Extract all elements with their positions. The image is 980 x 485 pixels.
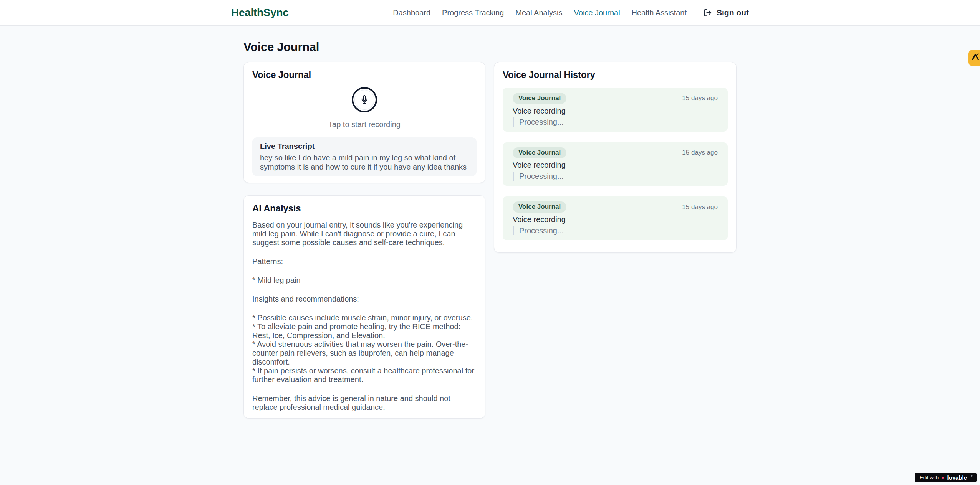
nav-item-dashboard[interactable]: Dashboard (393, 8, 430, 17)
entry-label: Voice recording (513, 215, 718, 224)
entry-processing-status: Processing... (513, 117, 718, 127)
log-out-icon (704, 8, 712, 17)
mic-area: Tap to start recording (252, 87, 477, 129)
ai-analysis-body: Based on your journal entry, it sounds l… (252, 221, 477, 412)
nav-item-progress-tracking[interactable]: Progress Tracking (442, 8, 504, 17)
entry-type-badge: Voice Journal (513, 147, 566, 158)
microphone-icon (360, 95, 369, 105)
edit-with-label: Edit with (920, 475, 939, 480)
tap-to-record-hint: Tap to start recording (328, 120, 401, 129)
page-title: Voice Journal (243, 40, 737, 54)
voice-recorder-card: Voice Journal Tap to start recordin (243, 62, 485, 183)
analysis-paragraph: Patterns: (252, 257, 477, 266)
entry-timestamp: 15 days ago (682, 94, 718, 102)
right-column: Voice Journal History Voice Journal 15 d… (494, 62, 737, 253)
entry-timestamp: 15 days ago (682, 149, 718, 157)
analysis-paragraph: * Possible causes include muscle strain,… (252, 313, 477, 384)
nav-item-voice-journal[interactable]: Voice Journal (574, 8, 620, 17)
entry-type-badge: Voice Journal (513, 201, 566, 213)
side-launcher-tab[interactable] (968, 50, 980, 66)
entry-processing-status: Processing... (513, 226, 718, 235)
edit-with-lovable-badge[interactable]: Edit with ♥ lovable × (915, 473, 977, 482)
entry-processing-status: Processing... (513, 172, 718, 181)
sign-out-label: Sign out (717, 8, 749, 17)
nav-item-health-assistant[interactable]: Health Assistant (632, 8, 687, 17)
ai-analysis-title: AI Analysis (252, 203, 477, 214)
header: HealthSync Dashboard Progress Tracking M… (0, 0, 980, 26)
live-transcript-box: Live Transcript hey so like I do have a … (252, 137, 477, 176)
history-entry-header: Voice Journal 15 days ago (513, 201, 718, 213)
left-column: Voice Journal Tap to start recordin (243, 62, 485, 419)
content-grid: Voice Journal Tap to start recordin (243, 62, 737, 419)
entry-timestamp: 15 days ago (682, 203, 718, 211)
history-entry-header: Voice Journal 15 days ago (513, 93, 718, 104)
history-entry[interactable]: Voice Journal 15 days ago Voice recordin… (503, 196, 728, 240)
history-list: Voice Journal 15 days ago Voice recordin… (503, 88, 728, 240)
history-entry[interactable]: Voice Journal 15 days ago Voice recordin… (503, 88, 728, 132)
close-icon[interactable]: × (970, 473, 973, 479)
history-entry-header: Voice Journal 15 days ago (513, 147, 718, 158)
main-nav: Dashboard Progress Tracking Meal Analysi… (393, 8, 749, 17)
analysis-paragraph: * Mild leg pain (252, 276, 477, 285)
entry-label: Voice recording (513, 161, 718, 170)
nav-item-meal-analysis[interactable]: Meal Analysis (515, 8, 562, 17)
entry-type-badge: Voice Journal (513, 93, 566, 104)
header-inner: HealthSync Dashboard Progress Tracking M… (231, 0, 749, 25)
brand-logo[interactable]: HealthSync (231, 7, 289, 19)
history-card-title: Voice Journal History (503, 69, 728, 80)
record-button[interactable] (352, 87, 377, 112)
analysis-paragraph: Insights and recommendations: (252, 295, 477, 304)
analysis-paragraph: Remember, this advice is general in natu… (252, 394, 477, 412)
history-entry[interactable]: Voice Journal 15 days ago Voice recordin… (503, 142, 728, 186)
analysis-paragraph: Based on your journal entry, it sounds l… (252, 221, 477, 247)
sign-out-button[interactable]: Sign out (704, 8, 749, 17)
ai-analysis-card: AI Analysis Based on your journal entry,… (243, 195, 485, 419)
entry-label: Voice recording (513, 107, 718, 115)
lovable-brand-label: lovable (947, 475, 967, 481)
lovable-heart-icon: ♥ (941, 475, 944, 480)
lambda-logo-icon (970, 52, 980, 64)
recorder-card-title: Voice Journal (252, 69, 477, 80)
live-transcript-text: hey so like I do have a mild pain in my … (260, 153, 469, 172)
live-transcript-title: Live Transcript (260, 142, 469, 151)
main-content: Voice Journal Voice Journal (243, 26, 737, 419)
voice-journal-history-card: Voice Journal History Voice Journal 15 d… (494, 62, 737, 253)
